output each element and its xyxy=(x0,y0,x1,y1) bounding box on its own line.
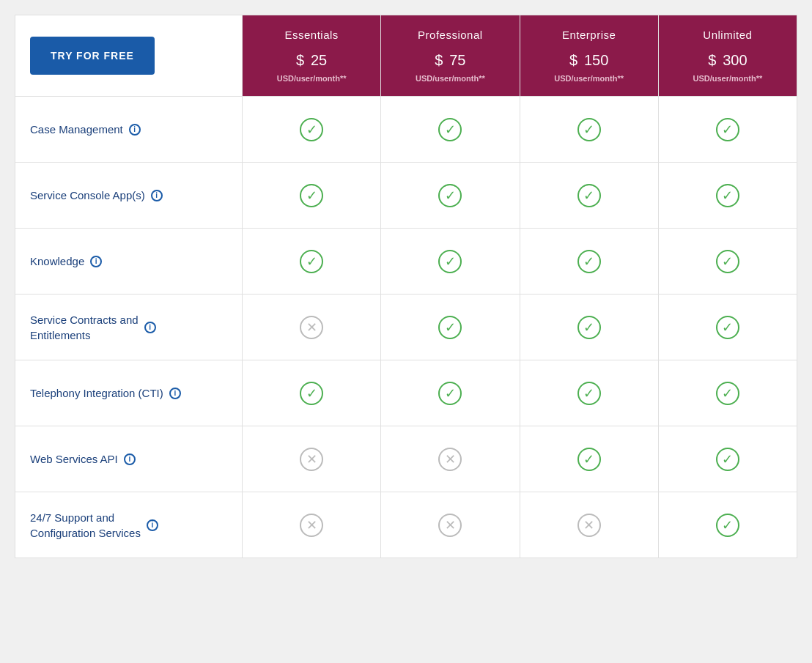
check-cell: ✓ xyxy=(381,229,520,295)
check-icon: ✓ xyxy=(716,382,739,405)
check-cell: ✓ xyxy=(658,97,797,163)
plan-price-enterprise: $ 150 xyxy=(528,44,651,71)
check-cell: ✓ xyxy=(658,295,797,360)
feature-name: Knowledge xyxy=(30,253,84,269)
check-cell: ✓ xyxy=(658,229,797,295)
feature-name: Telephony Integration (CTI) xyxy=(30,385,163,401)
plan-period-essentials: USD/user/month** xyxy=(250,74,373,83)
info-icon[interactable]: i xyxy=(169,388,181,399)
feature-label: Knowledgei xyxy=(30,253,235,269)
plan-header-essentials: Essentials $ 25 USD/user/month** xyxy=(243,15,381,97)
check-cell: ✓ xyxy=(520,163,658,229)
table-row: Knowledgei✓✓✓✓ xyxy=(15,229,797,295)
check-icon: ✓ xyxy=(577,448,601,471)
plan-header-professional: Professional $ 75 USD/user/month** xyxy=(381,15,520,97)
check-cell: ✓ xyxy=(520,426,658,492)
table-row: 24/7 Support and Configuration Servicesi… xyxy=(15,492,797,558)
cross-icon: ✕ xyxy=(438,514,462,537)
cross-cell: ✕ xyxy=(520,492,658,558)
feature-label: Telephony Integration (CTI)i xyxy=(30,385,235,401)
feature-cell: Service Contracts and Entitlementsi xyxy=(15,295,243,360)
cross-cell: ✕ xyxy=(243,492,381,558)
info-icon[interactable]: i xyxy=(147,519,158,531)
feature-cell: 24/7 Support and Configuration Servicesi xyxy=(15,492,243,558)
feature-name: Service Contracts and Entitlements xyxy=(30,312,139,343)
check-icon: ✓ xyxy=(577,382,601,405)
plan-price-essentials: $ 25 xyxy=(250,44,373,71)
feature-cell: Web Services APIi xyxy=(15,426,243,492)
cross-cell: ✕ xyxy=(243,426,381,492)
check-cell: ✓ xyxy=(658,492,797,558)
cross-icon: ✕ xyxy=(300,448,323,471)
check-icon: ✓ xyxy=(716,118,739,141)
check-cell: ✓ xyxy=(658,426,797,492)
check-icon: ✓ xyxy=(300,382,323,405)
check-cell: ✓ xyxy=(658,360,797,426)
info-icon[interactable]: i xyxy=(90,256,102,267)
plan-price-unlimited: $ 300 xyxy=(666,44,789,71)
check-cell: ✓ xyxy=(520,229,658,295)
try-for-free-cell: TRY FOR FREE xyxy=(15,15,243,97)
check-icon: ✓ xyxy=(716,184,739,207)
table-row: Service Contracts and Entitlementsi✕✓✓✓ xyxy=(15,295,797,360)
plan-period-unlimited: USD/user/month** xyxy=(666,74,789,83)
feature-label: Web Services APIi xyxy=(30,451,235,467)
check-cell: ✓ xyxy=(381,97,520,163)
plan-name-unlimited: Unlimited xyxy=(666,29,789,41)
check-icon: ✓ xyxy=(438,250,462,273)
feature-label: Case Managementi xyxy=(30,122,235,137)
check-cell: ✓ xyxy=(658,163,797,229)
info-icon[interactable]: i xyxy=(124,453,136,465)
check-cell: ✓ xyxy=(243,360,381,426)
cross-icon: ✕ xyxy=(438,448,462,471)
check-icon: ✓ xyxy=(716,250,739,273)
plan-header-unlimited: Unlimited $ 300 USD/user/month** xyxy=(658,15,797,97)
feature-name: 24/7 Support and Configuration Services xyxy=(30,510,141,541)
check-icon: ✓ xyxy=(577,250,601,273)
table-row: Web Services APIi✕✕✓✓ xyxy=(15,426,797,492)
plan-name-essentials: Essentials xyxy=(250,29,373,41)
feature-cell: Knowledgei xyxy=(15,229,243,295)
try-for-free-button[interactable]: TRY FOR FREE xyxy=(30,37,155,75)
plan-price-professional: $ 75 xyxy=(388,44,512,71)
check-icon: ✓ xyxy=(716,316,739,339)
cross-cell: ✕ xyxy=(381,426,520,492)
feature-name: Service Console App(s) xyxy=(30,188,145,203)
info-icon[interactable]: i xyxy=(151,190,163,201)
feature-label: 24/7 Support and Configuration Servicesi xyxy=(30,510,235,541)
feature-cell: Telephony Integration (CTI)i xyxy=(15,360,243,426)
cross-icon: ✕ xyxy=(577,514,601,537)
check-icon: ✓ xyxy=(438,118,462,141)
check-cell: ✓ xyxy=(243,163,381,229)
check-icon: ✓ xyxy=(438,184,462,207)
pricing-container: TRY FOR FREE Essentials $ 25 USD/user/mo… xyxy=(0,0,812,573)
feature-name: Web Services API xyxy=(30,451,118,467)
info-icon[interactable]: i xyxy=(144,322,156,333)
check-icon: ✓ xyxy=(438,316,462,339)
cross-cell: ✕ xyxy=(243,295,381,360)
check-cell: ✓ xyxy=(243,229,381,295)
table-row: Service Console App(s)i✓✓✓✓ xyxy=(15,163,797,229)
table-row: Case Managementi✓✓✓✓ xyxy=(15,97,797,163)
cross-icon: ✕ xyxy=(300,316,323,339)
check-cell: ✓ xyxy=(381,163,520,229)
check-cell: ✓ xyxy=(520,360,658,426)
check-cell: ✓ xyxy=(381,295,520,360)
plan-period-professional: USD/user/month** xyxy=(388,74,512,83)
plan-name-enterprise: Enterprise xyxy=(528,29,651,41)
check-icon: ✓ xyxy=(300,250,323,273)
check-cell: ✓ xyxy=(243,97,381,163)
plan-period-enterprise: USD/user/month** xyxy=(528,74,651,83)
check-cell: ✓ xyxy=(520,97,658,163)
check-icon: ✓ xyxy=(438,382,462,405)
cross-cell: ✕ xyxy=(381,492,520,558)
feature-label: Service Contracts and Entitlementsi xyxy=(30,312,235,343)
info-icon[interactable]: i xyxy=(129,124,141,136)
feature-name: Case Management xyxy=(30,122,123,137)
feature-label: Service Console App(s)i xyxy=(30,188,235,203)
check-icon: ✓ xyxy=(577,316,601,339)
check-icon: ✓ xyxy=(577,184,601,207)
check-icon: ✓ xyxy=(577,118,601,141)
check-cell: ✓ xyxy=(381,360,520,426)
pricing-table: TRY FOR FREE Essentials $ 25 USD/user/mo… xyxy=(15,15,797,558)
